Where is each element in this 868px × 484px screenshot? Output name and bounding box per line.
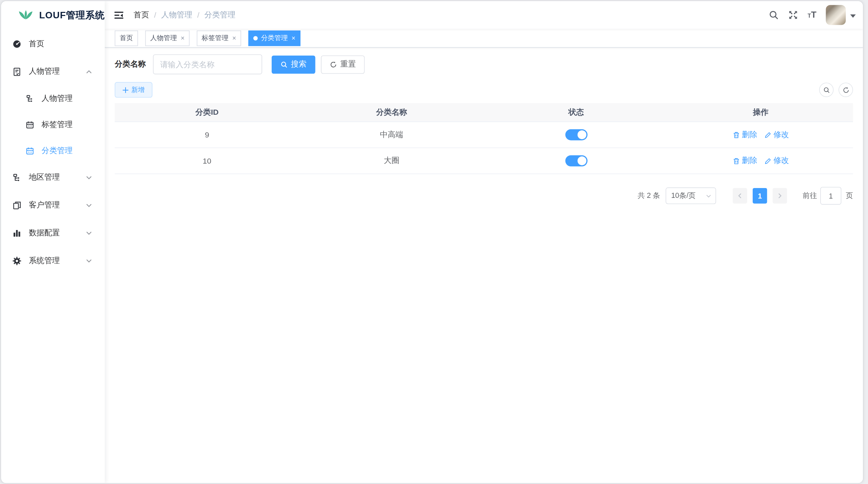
navbar: 首页 / 人物管理 / 分类管理	[105, 1, 863, 29]
sidebar-fold-button[interactable]	[113, 10, 124, 21]
edit-label: 修改	[773, 156, 789, 166]
search-icon	[769, 10, 779, 20]
status-toggle[interactable]	[565, 155, 587, 167]
tree-icon	[12, 173, 22, 182]
prev-page-button[interactable]	[733, 188, 747, 204]
fullscreen-button[interactable]	[788, 10, 798, 20]
toggle-knob	[577, 130, 586, 139]
sidebar-item-label: 人物管理	[29, 67, 85, 76]
chevron-right-icon	[776, 192, 783, 199]
gear-icon	[12, 256, 22, 265]
table-toolbar: 新增	[115, 82, 853, 98]
breadcrumb-item: 人物管理	[161, 10, 192, 20]
user-menu[interactable]	[826, 5, 856, 25]
trash-icon	[732, 131, 739, 138]
sidebar-subitem-categories[interactable]: 分类管理	[1, 137, 105, 164]
search-icon	[823, 86, 830, 93]
table-search-toggle-button[interactable]	[819, 82, 833, 97]
font-size-button[interactable]: TT	[808, 10, 816, 20]
page-size-select[interactable]: 10条/页	[666, 187, 716, 204]
category-table: 分类ID 分类名称 状态 操作 9 中高端	[115, 103, 853, 174]
sidebar-item-home[interactable]: 首页	[1, 30, 105, 58]
pagination: 共 2 条 10条/页 1	[115, 187, 853, 205]
sidebar-item-label: 客户管理	[29, 200, 85, 210]
fullscreen-icon	[788, 10, 798, 20]
next-page-button[interactable]	[773, 188, 787, 204]
close-icon[interactable]: ×	[181, 35, 185, 41]
edit-icon	[764, 131, 771, 138]
reset-button[interactable]: 重置	[321, 55, 365, 74]
chevron-left-icon	[737, 192, 744, 199]
tab-label: 分类管理	[261, 33, 288, 43]
sidebar-subitem-tags[interactable]: 标签管理	[1, 111, 105, 137]
delete-link[interactable]: 删除	[732, 156, 757, 166]
refresh-icon	[842, 86, 849, 93]
tab-tag-management[interactable]: 标签管理 ×	[197, 30, 241, 46]
search-button-label: 搜索	[291, 59, 307, 69]
edit-link[interactable]: 修改	[764, 156, 789, 166]
sidebar-item-customers[interactable]: 客户管理	[1, 191, 105, 219]
search-button[interactable]: 搜索	[272, 55, 315, 74]
avatar[interactable]	[826, 5, 846, 25]
sidebar-item-label: 系统管理	[29, 256, 85, 265]
chevron-down-icon	[706, 193, 712, 199]
header-search-button[interactable]	[769, 10, 779, 20]
sidebar-item-label: 人物管理	[42, 93, 94, 103]
page-number-button[interactable]: 1	[753, 188, 767, 204]
app-title: LOUF管理系统	[39, 8, 105, 21]
tab-label: 首页	[120, 33, 133, 43]
chevron-up-icon	[85, 68, 93, 75]
column-header: 分类ID	[115, 107, 299, 117]
close-icon[interactable]: ×	[292, 35, 295, 41]
plus-icon	[122, 87, 129, 93]
cell-category-name: 大圈	[299, 156, 484, 166]
sidebar-item-people-management[interactable]: 人物管理	[1, 58, 105, 86]
close-icon[interactable]: ×	[232, 35, 236, 41]
delete-link[interactable]: 删除	[732, 130, 757, 139]
toggle-knob	[577, 156, 586, 165]
category-name-input[interactable]	[153, 54, 262, 74]
add-button[interactable]: 新增	[115, 82, 152, 98]
breadcrumb-item: 分类管理	[205, 10, 236, 20]
copy-document-icon	[12, 201, 22, 210]
refresh-icon	[330, 61, 337, 68]
edit-label: 修改	[773, 130, 789, 139]
cell-category-id: 10	[115, 156, 299, 165]
delete-label: 删除	[742, 130, 757, 139]
breadcrumb-item[interactable]: 首页	[134, 10, 149, 20]
filter-form: 分类名称 搜索 重置	[115, 54, 853, 74]
tab-home[interactable]: 首页	[115, 30, 138, 46]
document-checked-icon	[12, 67, 22, 76]
status-toggle[interactable]	[565, 129, 587, 141]
reset-button-label: 重置	[340, 59, 356, 69]
sidebar-item-label: 地区管理	[29, 172, 85, 182]
sidebar-item-label: 标签管理	[42, 119, 94, 129]
sidebar-item-data-config[interactable]: 数据配置	[1, 219, 105, 247]
tab-people-management[interactable]: 人物管理 ×	[145, 30, 190, 46]
sidebar-item-system[interactable]: 系统管理	[1, 247, 105, 275]
cell-category-id: 9	[115, 130, 299, 139]
tab-category-management[interactable]: 分类管理 ×	[248, 30, 301, 46]
plant-logo-icon	[18, 7, 34, 23]
histogram-icon	[12, 228, 22, 238]
tab-label: 标签管理	[202, 33, 228, 43]
table-refresh-button[interactable]	[838, 82, 853, 97]
tree-icon	[25, 94, 34, 103]
goto-page-input[interactable]	[820, 187, 841, 205]
active-tab-dot	[253, 36, 258, 40]
calendar-icon	[25, 146, 34, 155]
delete-label: 删除	[742, 156, 757, 166]
sidebar-item-regions[interactable]: 地区管理	[1, 164, 105, 191]
sidebar: LOUF管理系统 首页	[1, 1, 105, 483]
sidebar-item-label: 分类管理	[42, 146, 94, 155]
navbar-actions: TT	[769, 5, 856, 25]
filter-label: 分类名称	[115, 59, 146, 69]
edit-link[interactable]: 修改	[764, 130, 789, 139]
tags-view-bar: 首页 人物管理 × 标签管理 × 分类管理 ×	[105, 29, 863, 48]
breadcrumb: 首页 / 人物管理 / 分类管理	[134, 10, 235, 20]
table-row: 9 中高端	[115, 122, 853, 148]
total-count: 共 2 条	[638, 191, 660, 201]
breadcrumb-separator: /	[154, 11, 156, 19]
sidebar-subitem-people[interactable]: 人物管理	[1, 86, 105, 112]
sidebar-item-label: 首页	[29, 39, 94, 49]
